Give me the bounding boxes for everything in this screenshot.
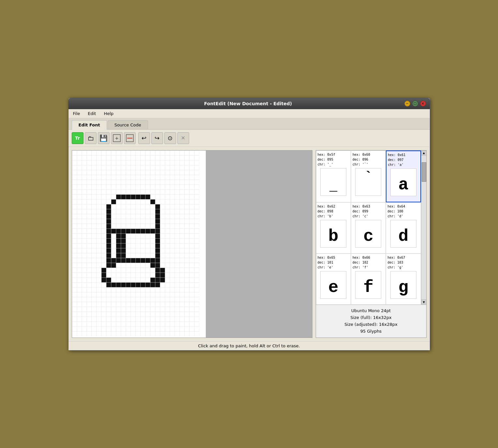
glyph-preview: a — [390, 168, 416, 196]
glyph-info: hex: 0x66 dec: 102 chr: 'f' — [353, 255, 384, 270]
glyph-cell[interactable]: hex: 0x64 dec: 100 chr: 'd'd — [386, 202, 421, 253]
glyph-info: hex: 0x5f dec: 095 chr: '_' — [318, 152, 349, 167]
menu-file[interactable]: File — [72, 110, 82, 117]
tabs-container: Edit Font Source Code — [68, 118, 430, 130]
glyph-scroll-wrapper: hex: 0x5f dec: 095 chr: '_'_hex: 0x60 de… — [316, 151, 426, 305]
titlebar-buttons: − □ × — [404, 101, 426, 107]
glyph-preview: b — [320, 220, 346, 248]
glyph-panel: hex: 0x5f dec: 095 chr: '_'_hex: 0x60 de… — [316, 150, 427, 338]
tab-source-code[interactable]: Source Code — [108, 120, 148, 129]
status-text: Click and drag to paint, hold Alt or Ctr… — [198, 343, 300, 348]
glyph-cell[interactable]: hex: 0x67 dec: 103 chr: 'g'g — [386, 253, 421, 305]
main-window: FontEdit (New Document - Edited) − □ × F… — [68, 98, 430, 351]
minimize-button[interactable]: − — [404, 101, 410, 107]
tool-settings[interactable]: ⊙ — [164, 132, 176, 144]
glyph-info: hex: 0x60 dec: 096 chr: '`' — [353, 152, 384, 167]
glyph-grid: hex: 0x5f dec: 095 chr: '_'_hex: 0x60 de… — [316, 151, 421, 305]
glyph-cell[interactable]: hex: 0x66 dec: 102 chr: 'f'f — [351, 253, 386, 305]
font-info: Ubuntu Mono 24pt Size (full): 16x32px Si… — [316, 305, 426, 337]
glyph-preview: ` — [355, 168, 381, 196]
glyph-info: hex: 0x63 dec: 099 chr: 'c' — [353, 204, 384, 219]
window-title: FontEdit (New Document - Edited) — [92, 101, 404, 106]
tool-save[interactable]: 💾 — [98, 132, 110, 144]
font-name: Ubuntu Mono 24pt — [319, 308, 424, 314]
tool-undo[interactable]: ↩ — [138, 132, 150, 144]
tab-edit-font[interactable]: Edit Font — [72, 120, 107, 130]
titlebar: FontEdit (New Document - Edited) − □ × — [68, 98, 430, 109]
pixel-canvas[interactable] — [72, 151, 199, 336]
glyph-info: hex: 0x62 dec: 098 chr: 'b' — [318, 204, 349, 219]
scroll-up-arrow[interactable]: ▲ — [421, 151, 426, 156]
main-content: hex: 0x5f dec: 095 chr: '_'_hex: 0x60 de… — [68, 147, 430, 341]
menu-edit[interactable]: Edit — [86, 110, 97, 117]
font-glyphs: 95 Glyphs — [319, 328, 424, 335]
glyph-cell[interactable]: hex: 0x5f dec: 095 chr: '_'_ — [316, 151, 351, 202]
scrollbar[interactable]: ▲ ▼ — [421, 151, 426, 305]
glyph-preview: _ — [320, 168, 346, 196]
glyph-preview: e — [320, 271, 346, 299]
toolbar: Tr 🗀 💾 + ↩ ↪ ⊙ ✕ — [68, 130, 430, 147]
glyph-cell[interactable]: hex: 0x61 dec: 097 chr: 'a'a — [386, 151, 421, 202]
scroll-track[interactable] — [421, 156, 426, 300]
tool-add-glyph[interactable]: + — [111, 132, 123, 144]
glyph-cell[interactable]: hex: 0x63 dec: 099 chr: 'c'c — [351, 202, 386, 253]
scroll-down-arrow[interactable]: ▼ — [421, 299, 426, 305]
glyph-info: hex: 0x61 dec: 097 chr: 'a' — [388, 152, 419, 167]
remove-glyph-icon — [126, 134, 134, 142]
menu-help[interactable]: Help — [102, 110, 115, 117]
glyph-preview: d — [390, 220, 416, 248]
tool-edit-glyph[interactable]: Tr — [72, 132, 83, 144]
glyph-info: hex: 0x67 dec: 103 chr: 'g' — [387, 255, 419, 270]
tool-close[interactable]: ✕ — [177, 132, 189, 144]
scroll-thumb[interactable] — [422, 162, 426, 182]
tool-remove-glyph[interactable] — [124, 132, 136, 144]
grid-area[interactable] — [72, 151, 206, 338]
close-button[interactable]: × — [420, 101, 426, 107]
svg-text:+: + — [115, 136, 119, 141]
maximize-button[interactable]: □ — [412, 101, 418, 107]
preview-area — [206, 151, 312, 338]
editor-panel — [72, 150, 312, 338]
glyph-info: hex: 0x64 dec: 100 chr: 'd' — [387, 204, 419, 219]
menubar: File Edit Help — [68, 109, 430, 118]
glyph-cell[interactable]: hex: 0x65 dec: 101 chr: 'e'e — [316, 253, 351, 305]
tool-open[interactable]: 🗀 — [85, 132, 97, 144]
font-size-adjusted: Size (adjusted): 16x28px — [319, 321, 424, 328]
glyph-cell[interactable]: hex: 0x60 dec: 096 chr: '`'` — [351, 151, 386, 202]
status-bar: Click and drag to paint, hold Alt or Ctr… — [68, 341, 430, 350]
glyph-preview: f — [355, 271, 381, 299]
glyph-cell[interactable]: hex: 0x62 dec: 098 chr: 'b'b — [316, 202, 351, 253]
glyph-info: hex: 0x65 dec: 101 chr: 'e' — [318, 255, 349, 270]
glyph-preview: g — [390, 271, 416, 299]
pixel-editor — [72, 151, 312, 338]
add-glyph-icon: + — [113, 134, 121, 142]
glyph-preview: c — [355, 220, 381, 248]
font-size-full: Size (full): 16x32px — [319, 314, 424, 321]
tool-redo[interactable]: ↪ — [151, 132, 163, 144]
